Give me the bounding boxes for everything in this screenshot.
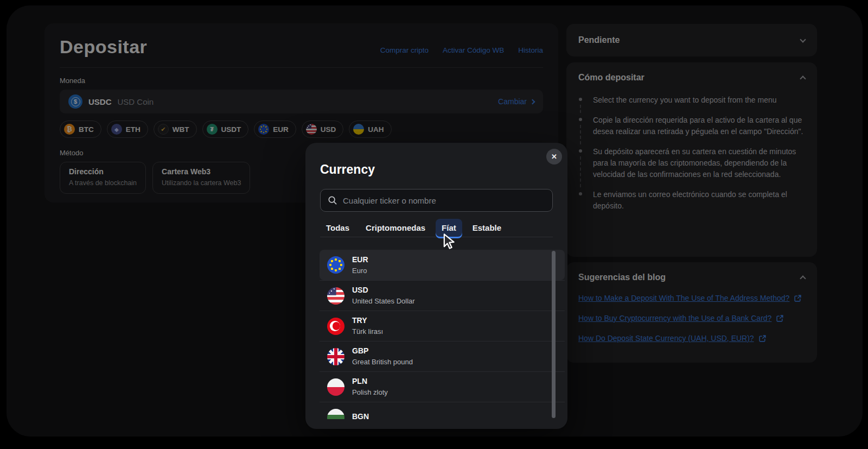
currency-row-try[interactable]: TRYTürk lirası xyxy=(320,311,565,341)
currency-name: Great British pound xyxy=(352,358,413,366)
scrollbar-thumb[interactable] xyxy=(552,251,556,418)
tab-fiat[interactable]: Fíat xyxy=(436,219,462,237)
currency-modal: ✕ Currency Todas Criptomonedas Fíat Esta… xyxy=(305,143,567,429)
currency-code: PLN xyxy=(352,377,388,385)
currency-name: Euro xyxy=(352,267,367,275)
close-button[interactable]: ✕ xyxy=(546,149,562,165)
currency-list: EUREuro USDUnited States Dollar TRYTürk … xyxy=(320,250,565,419)
currency-row-bgn[interactable]: BGN xyxy=(320,402,565,419)
search-input[interactable] xyxy=(343,196,545,205)
currency-row-usd[interactable]: USDUnited States Dollar xyxy=(320,280,565,311)
tab-criptomonedas[interactable]: Criptomonedas xyxy=(360,219,431,237)
tab-todas[interactable]: Todas xyxy=(320,219,355,237)
currency-name: United States Dollar xyxy=(352,297,415,305)
currency-name: Türk lirası xyxy=(352,327,383,336)
pln-flag-icon xyxy=(327,378,344,396)
currency-code: BGN xyxy=(352,412,369,419)
search-icon xyxy=(328,195,337,205)
currency-code: EUR xyxy=(352,255,368,264)
try-flag-icon xyxy=(327,318,344,335)
gbp-flag-icon xyxy=(327,348,344,365)
currency-row-gbp[interactable]: GBPGreat British pound xyxy=(320,341,565,371)
usd-flag-icon xyxy=(327,287,344,305)
tab-estable[interactable]: Estable xyxy=(467,219,507,237)
bgn-flag-icon xyxy=(327,409,344,420)
currency-row-pln[interactable]: PLNPolish zloty xyxy=(320,371,565,402)
deposit-page: Depositar Comprar cripto Activar Código … xyxy=(0,0,868,449)
close-icon: ✕ xyxy=(551,153,557,161)
currency-name: Polish zloty xyxy=(352,388,388,396)
eur-flag-icon xyxy=(327,256,344,274)
currency-code: TRY xyxy=(352,316,383,325)
filter-tabs: Todas Criptomonedas Fíat Estable xyxy=(320,219,553,237)
currency-code: GBP xyxy=(352,346,413,355)
currency-code: USD xyxy=(352,286,415,294)
search-field[interactable] xyxy=(320,189,553,212)
currency-row-eur[interactable]: EUREuro xyxy=(320,250,565,280)
modal-title: Currency xyxy=(320,162,553,177)
